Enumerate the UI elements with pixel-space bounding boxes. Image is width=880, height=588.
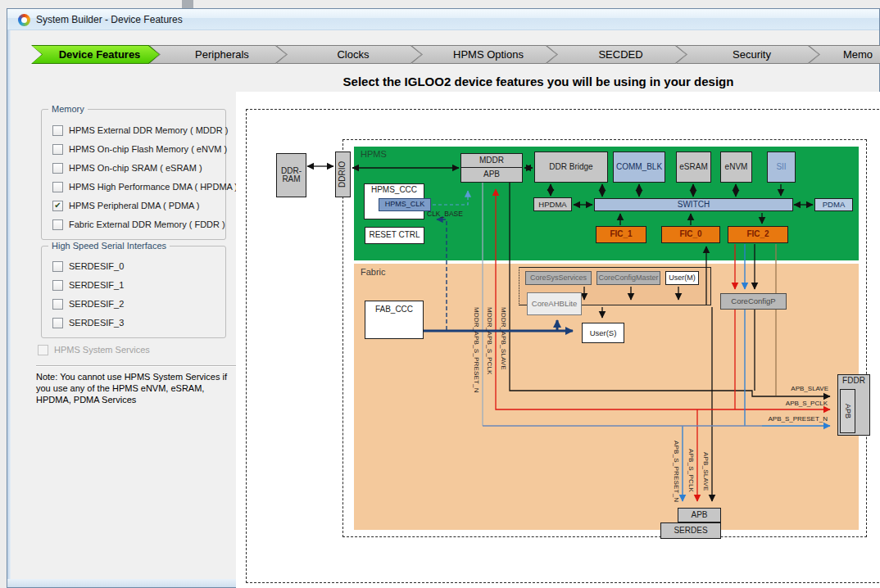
block-ddr-ram: DDR-RAM [276,153,306,197]
checkbox-envm[interactable] [52,144,63,155]
block-pdma: PDMA [814,198,853,211]
checkbox-hpdma[interactable] [52,182,63,192]
tab-secded[interactable]: SECDED [547,45,687,64]
checkbox-row-hpdma[interactable]: HPMS High Performance DMA ( HPDMA ) [52,181,238,192]
checkbox-fddr[interactable] [52,219,63,230]
checkbox-system-services [38,345,48,355]
checkbox-label: SERDESIF_3 [69,318,124,328]
signal-apb-s-pclk: APB_S_PCLK [777,400,828,407]
block-hpdma: HPDMA [533,197,572,211]
block-core-config-master: CoreConfigMaster [596,271,660,285]
tab-memory[interactable]: Memo [809,45,880,64]
separator [36,365,239,367]
block-mddr: MDDR [460,153,523,168]
checkbox-serdesif1[interactable] [52,280,63,291]
checkbox-row-mddr[interactable]: HPMS External DDR Memory ( MDDR ) [52,124,228,136]
block-serdes: SERDES [660,522,721,539]
signal-mddr-apb-slave: MDDR_APB_SLAVE [500,307,507,370]
window-left-border [7,30,11,583]
window-title: System Builder - Device Features [36,14,183,25]
block-core-configp: CoreConfigP [720,293,787,310]
block-fic-2: FIC_2 [728,226,788,243]
checkbox-mddr[interactable] [52,125,63,136]
block-hpms-clk: HPMS_CLK [379,198,431,211]
checkbox-serdesif3[interactable] [52,318,63,328]
signal-clk-base: CLK_BASE [427,210,463,218]
signal-serdes-apb-s-pclk: APB_S_PCLK [687,449,695,492]
block-envm: eNVM [720,152,752,183]
tab-peripherals[interactable]: Peripherals [149,45,287,64]
checkbox-row-system-services: HPMS System Services [38,344,150,355]
checkbox-row-envm[interactable]: HPMS On-chip Flash Memory ( eNVM ) [52,143,227,155]
checkbox-label: HPMS Peripheral DMA ( PDMA ) [69,201,200,210]
note-line-1: Note: You cannot use HPMS System Service… [36,372,227,382]
signal-apb-slave: APB_SLAVE [781,385,828,392]
signal-serdes-apb-slave: APB_SLAVE [702,452,710,491]
checkbox-label: HPMS On-chip Flash Memory ( eNVM ) [69,144,227,154]
memory-groupbox: Memory HPMS External DDR Memory ( MDDR )… [41,109,226,240]
checkbox-row-serdesif3[interactable]: SERDESIF_3 [52,317,124,328]
checkbox-row-esram[interactable]: HPMS On-chip SRAM ( eSRAM ) [52,162,202,174]
note-line-3: HPDMA, PDMA Services [36,395,136,405]
checkbox-label: SERDESIF_2 [69,299,124,309]
checkbox-esram[interactable] [52,163,63,174]
block-core-sys-services: CoreSysServices [525,271,592,285]
signal-mddr-apb-s-preset-n: MDDR_APB_S_PRESET_N [473,307,480,393]
note-line-2: you use any of the HPMS eNVM, eSRAM, [36,383,204,393]
checkbox-label: HPMS On-chip SRAM ( eSRAM ) [69,163,202,173]
block-mddr-apb: APB [460,167,523,183]
checkbox-serdesif2[interactable] [52,299,63,310]
checkbox-row-serdesif1[interactable]: SERDESIF_1 [52,279,124,291]
checkbox-row-pdma[interactable]: HPMS Peripheral DMA ( PDMA ) [52,200,200,211]
block-reset-ctrl: RESET CTRL [365,227,424,244]
serdes-groupbox: High Speed Serial Interfaces SERDESIF_0 … [41,246,226,338]
checkbox-row-serdesif2[interactable]: SERDESIF_2 [52,298,124,310]
block-fic-0: FIC_0 [661,226,720,243]
hpms-region-label: HPMS [361,149,387,159]
tab-security[interactable]: Security [676,45,819,64]
block-ddr-bridge: DDR Bridge [534,152,608,183]
block-serdes-apb: APB [678,508,721,522]
checkbox-row-serdesif0[interactable]: SERDESIF_0 [52,260,124,272]
fabric-region-label: Fabric [361,267,386,277]
checkbox-label: HPMS High Performance DMA ( HPDMA ) [69,182,238,192]
checkbox-label: SERDESIF_1 [69,280,124,290]
signal-apb-s-preset-n: APB_S_PRESET_N [767,415,828,423]
checkbox-label: HPMS System Services [54,345,150,355]
signal-serdes-apb-s-preset-n: APB_S_PRESET_N [673,441,680,502]
checkbox-row-fddr[interactable]: Fabric External DDR Memory ( FDDR ) [52,219,225,230]
serdes-group-title: High Speed Serial Interfaces [48,241,170,251]
tab-clocks[interactable]: Clocks [276,45,422,64]
tab-hpms-options[interactable]: HPMS Options [411,45,557,64]
block-ddrio: DDRIO [335,152,351,197]
checkbox-label: SERDESIF_0 [69,261,124,271]
app-icon [18,14,30,26]
block-core-ahb-lite: CoreAHBLite [527,292,582,315]
checkbox-label: HPMS External DDR Memory ( MDDR ) [69,125,228,135]
memory-group-title: Memory [48,104,88,114]
block-fddr-apb: APB [840,389,855,433]
page-title: Select the IGLOO2 device features you wi… [246,75,831,88]
tab-device-features[interactable]: Device Features [31,45,160,64]
block-sii: SII [767,152,796,183]
block-switch: SWITCH [594,198,793,211]
block-comm-blk: COMM_BLK [613,152,665,183]
block-user-s: User(S) [582,323,624,343]
block-esram: eSRAM [676,152,711,183]
block-fic-1: FIC_1 [596,226,646,243]
checkbox-serdesif0[interactable] [52,261,63,272]
block-fab-ccc: FAB_CCC [365,301,424,339]
checkbox-pdma[interactable] [52,201,63,211]
signal-mddr-apb-s-pclk: MDDR_APB_S_PCLK [486,307,493,375]
checkbox-label: Fabric External DDR Memory ( FDDR ) [69,219,225,229]
block-user-m: User(M) [665,271,699,285]
